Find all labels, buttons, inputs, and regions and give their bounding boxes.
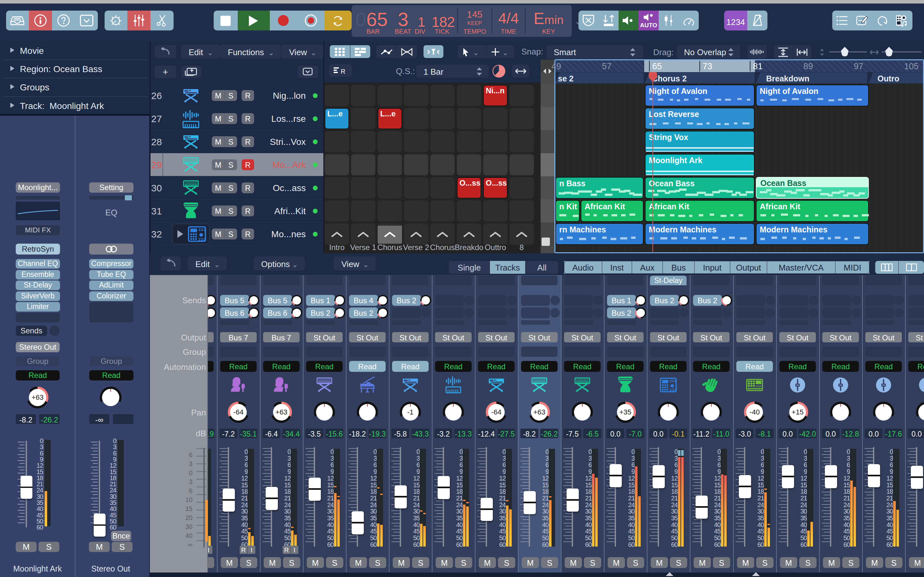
- svg-text:R: R: [341, 68, 345, 74]
